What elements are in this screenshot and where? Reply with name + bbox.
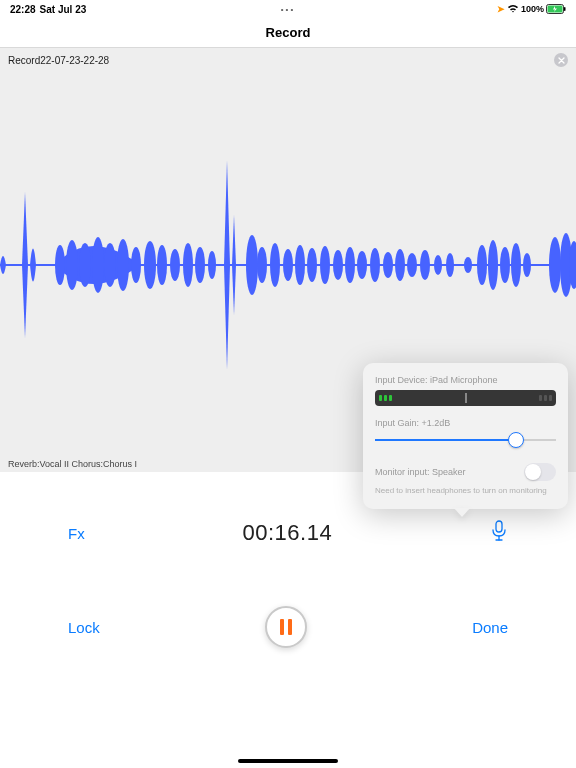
page-title: Record (266, 25, 311, 40)
pause-icon (280, 619, 292, 635)
slider-thumb[interactable] (508, 432, 524, 448)
monitor-hint: Need to insert headphones to turn on mon… (375, 486, 556, 495)
lock-button[interactable]: Lock (68, 619, 100, 636)
nav-header: Record (0, 18, 576, 48)
clear-name-button[interactable] (554, 53, 568, 67)
svg-rect-43 (496, 521, 502, 532)
battery-percent: 100% (521, 4, 544, 14)
input-gain-slider[interactable] (375, 433, 556, 447)
timer-display: 00:16.14 (243, 520, 333, 546)
svg-rect-42 (0, 264, 576, 266)
effects-label: Reverb:Vocal II Chorus:Chorus I (8, 459, 137, 469)
wifi-icon (507, 4, 519, 15)
level-right-inactive (539, 395, 552, 401)
recording-name[interactable]: Record22-07-23-22-28 (8, 55, 109, 66)
svg-rect-2 (564, 7, 566, 11)
home-indicator[interactable] (238, 759, 338, 763)
level-left-active (379, 395, 392, 401)
battery-icon (546, 4, 566, 14)
input-gain-label: Input Gain: +1.2dB (375, 418, 556, 428)
monitor-toggle[interactable] (524, 463, 556, 481)
location-icon: ➤ (497, 4, 505, 14)
status-bar: 22:28 Sat Jul 23 ••• ➤ 100% (0, 0, 576, 18)
slider-fill (375, 439, 516, 441)
microphone-icon (490, 520, 508, 542)
status-left: 22:28 Sat Jul 23 (10, 4, 86, 15)
status-time: 22:28 (10, 4, 36, 15)
done-button[interactable]: Done (472, 619, 508, 636)
status-center-dots: ••• (281, 5, 295, 14)
status-date: Sat Jul 23 (40, 4, 87, 15)
recording-title-row: Record22-07-23-22-28 (0, 48, 576, 72)
mic-button[interactable] (490, 520, 508, 546)
fx-button[interactable]: Fx (68, 525, 85, 542)
record-pause-button[interactable] (265, 606, 307, 648)
input-popover: Input Device: iPad Microphone Input Gain… (363, 363, 568, 509)
input-level-meter (375, 390, 556, 406)
monitor-input-label: Monitor input: Speaker (375, 467, 466, 477)
level-center-divider (465, 393, 467, 403)
input-device-label: Input Device: iPad Microphone (375, 375, 556, 385)
status-right: ➤ 100% (497, 4, 566, 15)
